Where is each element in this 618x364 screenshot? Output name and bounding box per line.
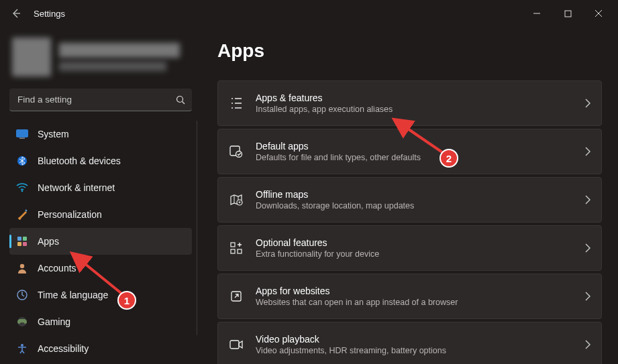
default-apps-icon [229,144,244,159]
svg-point-5 [21,190,23,192]
minimize-icon [533,9,541,17]
sidebar-item-gaming[interactable]: Gaming [9,308,192,335]
window-controls [521,3,614,24]
svg-point-1 [177,97,183,103]
chevron-right-icon [585,99,590,108]
card-title: Video playback [256,334,573,345]
card-title: Offline maps [256,189,573,200]
video-icon [229,337,244,352]
svg-point-15 [236,151,242,158]
card-offline-maps[interactable]: Offline maps Downloads, storage location… [217,177,602,223]
list-icon [229,96,244,111]
avatar [12,38,51,76]
chevron-right-icon [585,292,590,301]
sidebar-item-label: Accounts [38,263,76,274]
sidebar-item-accessibility[interactable]: Accessibility [9,335,192,362]
gamepad-icon [16,316,28,328]
card-optional-features[interactable]: Optional features Extra functionality fo… [217,225,602,271]
svg-rect-9 [23,242,27,246]
back-arrow-icon [11,8,21,19]
svg-rect-2 [17,130,28,137]
back-button[interactable] [4,1,28,25]
sidebar-item-time-language[interactable]: Time & language [9,282,192,308]
clock-globe-icon [16,289,28,301]
svg-rect-8 [17,242,21,246]
chevron-right-icon [585,147,590,156]
paintbrush-icon [16,208,28,221]
svg-rect-18 [231,249,235,253]
card-subtitle: Extra functionality for your device [256,249,573,259]
sidebar-item-apps[interactable]: Apps [9,228,192,255]
system-icon [16,128,28,140]
titlebar: Settings [0,0,618,27]
minimize-button[interactable] [521,3,552,24]
accessibility-icon [16,343,28,355]
page-title: Apps [217,40,602,62]
window-title: Settings [34,9,65,19]
sidebar-item-bluetooth[interactable]: Bluetooth & devices [9,147,192,174]
sidebar-item-network[interactable]: Network & internet [9,174,192,201]
close-button[interactable] [583,3,614,24]
settings-card-list: Apps & features Installed apps, app exec… [217,80,602,364]
svg-rect-19 [238,249,242,253]
sidebar-item-label: Accessibility [38,343,89,354]
card-title: Default apps [256,141,573,151]
maximize-button[interactable] [552,3,583,24]
card-subtitle: Defaults for file and link types, other … [256,153,573,162]
sidebar-item-label: System [38,129,69,139]
bluetooth-icon [16,155,28,167]
close-icon [595,9,603,17]
open-external-icon [229,289,244,304]
svg-rect-0 [565,11,571,17]
card-subtitle: Downloads, storage location, map updates [256,201,573,210]
chevron-right-icon [585,340,590,349]
sidebar-nav: System Bluetooth & devices Network & int… [9,121,192,362]
sidebar-item-label: Personalization [38,209,102,220]
svg-rect-6 [17,237,21,241]
sidebar-item-system[interactable]: System [9,121,192,147]
sidebar-item-label: Bluetooth & devices [38,156,121,166]
card-title: Apps for websites [256,286,573,296]
card-video-playback[interactable]: Video playback Video adjustments, HDR st… [217,322,602,364]
sidebar-item-label: Time & language [38,290,108,300]
person-icon [16,262,28,274]
wifi-icon [16,182,28,194]
svg-point-13 [21,344,23,347]
svg-rect-7 [23,237,27,241]
card-subtitle: Websites that can open in an app instead… [256,298,573,307]
chevron-right-icon [585,243,590,253]
maximize-icon [564,10,572,17]
content-area: Apps Apps & features Installed apps, app… [201,27,618,364]
apps-icon [16,235,28,247]
map-icon [229,192,244,207]
card-default-apps[interactable]: Default apps Defaults for file and link … [217,129,602,174]
card-title: Apps & features [256,93,573,103]
grid-plus-icon [229,241,244,255]
card-subtitle: Installed apps, app execution aliases [256,105,573,114]
svg-rect-3 [19,138,25,139]
sidebar: System Bluetooth & devices Network & int… [0,27,201,364]
card-apps-for-websites[interactable]: Apps for websites Websites that can open… [217,274,602,319]
svg-rect-17 [231,243,235,247]
svg-point-10 [20,264,24,268]
sidebar-item-label: Apps [38,236,59,247]
card-title: Optional features [256,237,573,248]
user-account-block[interactable] [9,34,192,86]
search-icon [176,95,185,105]
search-box[interactable] [9,88,192,111]
svg-rect-21 [230,341,239,349]
sidebar-item-label: Gaming [38,316,70,327]
sidebar-item-label: Network & internet [38,182,115,193]
sidebar-item-personalization[interactable]: Personalization [9,201,192,228]
card-subtitle: Video adjustments, HDR streaming, batter… [256,346,573,355]
card-apps-features[interactable]: Apps & features Installed apps, app exec… [217,80,602,126]
sidebar-item-accounts[interactable]: Accounts [9,255,192,282]
search-input[interactable] [9,88,192,111]
chevron-right-icon [585,195,590,204]
user-name-redacted [59,38,189,76]
